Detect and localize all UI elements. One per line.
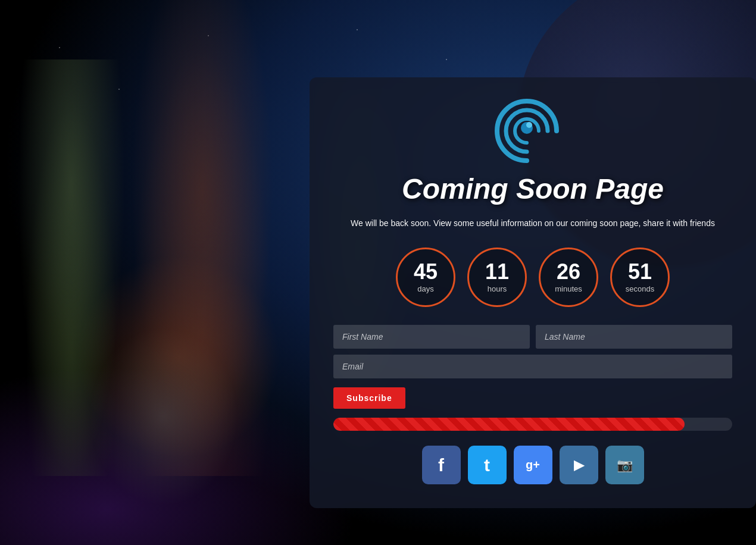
google-plus-icon: g+ <box>526 458 540 472</box>
countdown-seconds-circle: 51 seconds <box>610 248 670 307</box>
first-name-input[interactable] <box>333 325 530 349</box>
countdown-minutes: 26 minutes <box>539 248 598 307</box>
twitter-button[interactable]: t <box>468 446 507 484</box>
character-raccoon <box>89 327 238 506</box>
youtube-icon: ▶ <box>574 458 584 473</box>
main-panel: Coming Soon Page We will be back soon. V… <box>310 77 756 508</box>
facebook-button[interactable]: f <box>422 446 461 484</box>
countdown-days-value: 45 <box>414 261 438 283</box>
progress-bar-container <box>333 418 732 431</box>
progress-bar-fill <box>333 418 685 431</box>
instagram-icon: 📷 <box>617 458 633 473</box>
email-input[interactable] <box>333 355 732 378</box>
google-plus-button[interactable]: g+ <box>514 446 552 484</box>
countdown-days: 45 days <box>396 248 455 307</box>
countdown-days-circle: 45 days <box>396 248 455 307</box>
countdown-minutes-value: 26 <box>557 261 580 283</box>
countdown-seconds-value: 51 <box>628 261 652 283</box>
countdown-minutes-label: minutes <box>555 284 582 293</box>
svg-point-1 <box>526 122 532 128</box>
countdown-seconds-label: seconds <box>626 284 654 293</box>
facebook-icon: f <box>438 455 444 475</box>
logo-container <box>333 95 732 167</box>
youtube-button[interactable]: ▶ <box>560 446 598 484</box>
page-subtitle: We will be back soon. View some useful i… <box>333 217 732 230</box>
instagram-button[interactable]: 📷 <box>605 446 644 484</box>
countdown-days-label: days <box>417 284 433 293</box>
last-name-input[interactable] <box>536 325 732 349</box>
social-icons-row: f t g+ ▶ 📷 <box>333 446 732 484</box>
subscribe-button[interactable]: Subscribe <box>333 387 405 409</box>
page-title: Coming Soon Page <box>333 173 732 205</box>
name-fields-row <box>333 325 732 349</box>
countdown-seconds: 51 seconds <box>610 248 670 307</box>
countdown-minutes-circle: 26 minutes <box>539 248 598 307</box>
countdown-hours: 11 hours <box>467 248 527 307</box>
countdown-hours-label: hours <box>488 284 507 293</box>
countdown-hours-value: 11 <box>485 261 509 283</box>
logo-icon <box>491 95 574 167</box>
countdown-section: 45 days 11 hours 26 minutes 51 seconds <box>333 248 732 307</box>
twitter-icon: t <box>484 455 490 475</box>
countdown-hours-circle: 11 hours <box>467 248 527 307</box>
